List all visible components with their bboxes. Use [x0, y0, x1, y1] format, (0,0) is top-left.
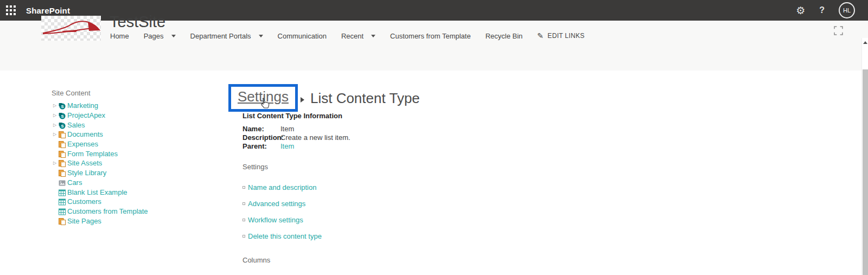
settings-link-row: Workflow settings — [242, 216, 322, 223]
top-navigation: Home Pages Department Portals Communicat… — [110, 31, 585, 40]
nav-item-recycle-bin[interactable]: Recycle Bin — [486, 32, 523, 40]
tree-item-label: Cars — [67, 178, 82, 187]
picture-library-icon — [59, 179, 67, 186]
tree-item-cars[interactable]: Cars — [52, 178, 214, 188]
library-icon — [59, 169, 67, 176]
nav-item-home[interactable]: Home — [110, 32, 129, 40]
tree-item-label: Site Assets — [67, 159, 102, 167]
help-icon[interactable]: ? — [819, 5, 825, 15]
breadcrumb: Settings List Content Type — [228, 84, 420, 112]
tree-item-label: Customers from Template — [67, 207, 148, 215]
nav-item-pages[interactable]: Pages — [144, 32, 176, 40]
square-bullet-icon — [242, 202, 245, 205]
page-title: List Content Type — [310, 89, 420, 107]
tree-item-projectapex[interactable]: ▷SProjectApex — [52, 111, 214, 120]
list-icon — [59, 189, 67, 196]
tree-item-site-pages[interactable]: Site Pages — [52, 216, 214, 226]
tree-item-label: Site Pages — [67, 217, 101, 225]
sharepoint-site-icon: S — [59, 112, 67, 119]
library-icon — [59, 131, 67, 138]
sharepoint-site-icon: S — [59, 102, 67, 109]
list-icon — [59, 208, 67, 215]
description-value: Create a new list item. — [280, 133, 350, 142]
focus-mode-icon[interactable] — [834, 26, 843, 37]
scrollbar-thumb[interactable] — [863, 69, 868, 275]
tree-item-label: Documents — [67, 130, 103, 138]
tree-item-marketing[interactable]: ▷SMarketing — [52, 101, 214, 111]
site-logo[interactable] — [41, 16, 101, 41]
settings-heading: Settings — [242, 163, 322, 171]
info-row-description: Description: Create a new list item. — [242, 133, 350, 142]
tree-item-label: Expenses — [67, 140, 98, 148]
tree-item-label: Customers — [67, 197, 101, 206]
library-icon — [59, 140, 67, 148]
edit-links-button[interactable]: ✎ EDIT LINKS — [537, 31, 584, 40]
settings-link-row: Name and description — [242, 184, 322, 191]
content-type-info-section: List Content Type Information Name: Item… — [242, 112, 350, 151]
columns-heading: Columns — [242, 256, 270, 264]
info-row-name: Name: Item — [242, 125, 350, 133]
svg-text:S: S — [61, 104, 63, 109]
expand-arrow-icon[interactable]: ▷ — [52, 113, 59, 118]
tree-item-blank-list-example[interactable]: Blank List Example — [52, 187, 214, 197]
expand-arrow-icon[interactable]: ▷ — [52, 132, 59, 137]
app-launcher-button[interactable] — [0, 0, 22, 21]
tree-item-label: ProjectApex — [67, 111, 105, 119]
name-value: Item — [280, 125, 294, 133]
nav-item-communication[interactable]: Communication — [278, 32, 327, 40]
site-content-tree: Site Content ▷SMarketing▷SProjectApex▷SS… — [52, 89, 214, 226]
highlight-box: Settings — [228, 84, 298, 112]
square-bullet-icon — [242, 186, 245, 189]
waffle-icon — [6, 5, 16, 15]
library-icon — [59, 218, 67, 225]
nav-item-recent[interactable]: Recent — [341, 32, 375, 40]
settings-link-row: Advanced settings — [242, 200, 322, 207]
advanced-settings-link[interactable]: Advanced settings — [248, 200, 305, 208]
tree-item-label: Marketing — [67, 101, 98, 110]
square-bullet-icon — [242, 235, 245, 238]
chevron-down-icon — [371, 35, 375, 37]
svg-text:S: S — [61, 114, 63, 119]
tree-item-label: Style Library — [67, 169, 106, 177]
parent-link[interactable]: Item — [280, 142, 294, 151]
list-icon — [59, 198, 67, 205]
car-logo-image — [41, 16, 101, 41]
gear-icon[interactable]: ⚙ — [796, 5, 805, 16]
settings-breadcrumb-link[interactable]: Settings — [238, 88, 289, 105]
tree-item-site-assets[interactable]: ▷Site Assets — [52, 158, 214, 168]
tree-item-form-templates[interactable]: Form Templates — [52, 149, 214, 158]
tree-item-expenses[interactable]: Expenses — [52, 139, 214, 149]
expand-arrow-icon[interactable]: ▷ — [52, 161, 59, 165]
square-bullet-icon — [242, 219, 245, 221]
info-row-parent: Parent: Item — [242, 142, 350, 151]
breadcrumb-separator-icon — [301, 97, 304, 103]
tree-item-sales[interactable]: ▷SSales — [52, 120, 214, 130]
library-icon — [59, 150, 67, 157]
library-icon — [59, 159, 67, 167]
chevron-down-icon — [259, 35, 263, 37]
site-title: TestSite — [110, 13, 165, 31]
sharepoint-page: SharePoint ⚙ ? HL TestSite Home Pages — [0, 0, 868, 275]
settings-link-row: Delete this content type — [242, 233, 322, 240]
delete-content-type-link[interactable]: Delete this content type — [248, 232, 322, 240]
scrollbar-up-arrow-icon[interactable] — [863, 41, 867, 44]
sharepoint-site-icon: S — [59, 121, 67, 129]
pencil-icon: ✎ — [537, 31, 544, 40]
tree-item-documents[interactable]: ▷Documents — [52, 130, 214, 139]
tree-item-label: Sales — [67, 121, 85, 129]
name-and-description-link[interactable]: Name and description — [248, 183, 316, 191]
expand-arrow-icon[interactable]: ▷ — [52, 123, 59, 127]
avatar[interactable]: HL — [839, 2, 855, 18]
tree-item-customers[interactable]: Customers — [52, 197, 214, 207]
expand-arrow-icon[interactable]: ▷ — [52, 103, 59, 108]
info-heading: List Content Type Information — [242, 112, 350, 120]
tree-item-label: Form Templates — [67, 150, 118, 158]
app-name: SharePoint — [26, 6, 70, 15]
workflow-settings-link[interactable]: Workflow settings — [248, 216, 303, 224]
svg-text:S: S — [61, 123, 63, 128]
nav-item-customers-from-template[interactable]: Customers from Template — [390, 32, 471, 40]
tree-item-customers-from-template[interactable]: Customers from Template — [52, 207, 214, 216]
tree-item-style-library[interactable]: Style Library — [52, 168, 214, 178]
nav-item-department-portals[interactable]: Department Portals — [190, 32, 263, 40]
vertical-scrollbar[interactable] — [861, 38, 868, 275]
